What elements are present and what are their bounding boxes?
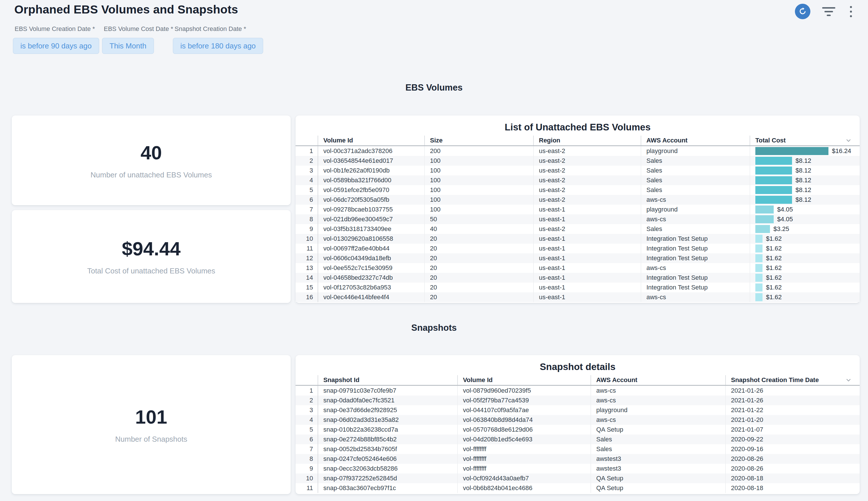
table-row[interactable]: 11vol-00697ff2a6e40bb4420us-east-1Integr… [296, 244, 860, 253]
cell-snapshot-id: snap-0247cfe052464e606 [318, 454, 457, 464]
cell-region: us-east-1 [533, 292, 641, 302]
column-header-total-cost[interactable]: Total Cost [750, 136, 860, 145]
table-row[interactable]: 13vol-0ee552c7c15e3095920us-east-1aws-cs… [296, 263, 860, 273]
cell-region: us-east-2 [533, 224, 641, 234]
cell-volume-id: vol-04658bed2327c74db [318, 273, 424, 283]
table-row[interactable]: 10vol-013029620a810655820us-east-1Integr… [296, 234, 860, 244]
cell-size: 20 [424, 283, 533, 292]
cell-volume-id: vol-0f127053c82b6a953 [318, 283, 424, 292]
cell-total-cost: $8.12 [750, 156, 860, 166]
cost-value: $1.62 [766, 284, 782, 291]
filter-value-chip[interactable]: This Month [102, 38, 154, 54]
table-row[interactable]: 4vol-0589bba321f766d00100us-east-2Sales$… [296, 175, 860, 185]
table-row[interactable]: 8vol-021db96ee300459c750us-east-1aws-cs$… [296, 214, 860, 224]
cell-volume-id: vol-05f2f79ba77ca4539 [457, 395, 590, 405]
cost-value: $1.62 [766, 274, 782, 281]
cell-total-cost: $8.12 [750, 166, 860, 175]
table-row[interactable]: 6vol-06dc720f5305a05fb100us-east-2aws-cs… [296, 195, 860, 205]
filter-icon[interactable] [822, 6, 836, 18]
row-number: 9 [296, 224, 318, 234]
cell-total-cost: $8.12 [750, 185, 860, 195]
cell-volume-id: vol-06dc720f5305a05fb [318, 195, 424, 205]
table-row[interactable]: 7snap-0052bd25834b7605fvol-ffffffffSales… [296, 444, 860, 454]
cell-total-cost: $8.12 [750, 175, 860, 185]
table-row[interactable]: 10snap-07f9372252e52845dvol-0cf0924d43a0… [296, 473, 860, 483]
table-row[interactable]: 5vol-0591efce2fb5e0970100us-east-2Sales$… [296, 185, 860, 195]
cell-size: 100 [424, 156, 533, 166]
cell-aws-account: Integration Test Setup [641, 283, 750, 292]
cell-snapshot-id: snap-07f9372252e52845d [318, 473, 457, 483]
cell-aws-account: awstest3 [590, 464, 725, 473]
cell-volume-id: vol-ffffffff [457, 444, 590, 454]
kebab-menu-icon[interactable] [847, 5, 855, 18]
cell-creation-date: 2021-01-22 [725, 405, 860, 415]
cell-total-cost: $1.62 [750, 283, 860, 292]
table-row[interactable]: 8snap-0247cfe052464e606vol-ffffffffawste… [296, 454, 860, 464]
cell-size: 20 [424, 263, 533, 273]
table-row[interactable]: 1vol-00c371a2adc378206200us-east-2playgr… [296, 146, 860, 156]
cell-aws-account: Integration Test Setup [641, 234, 750, 244]
chevron-down-icon[interactable] [845, 137, 852, 146]
cell-size: 20 [424, 234, 533, 244]
cell-volume-id: vol-0b1fe262a0f0190db [318, 166, 424, 175]
cell-region: us-east-1 [533, 214, 641, 224]
table-row[interactable]: 2vol-036548544e61ed017100us-east-2Sales$… [296, 156, 860, 166]
table-row[interactable]: 9vol-03f5b3181733409ee40us-east-2Sales$3… [296, 224, 860, 234]
cost-value: $16.24 [832, 147, 851, 155]
cell-volume-id: vol-044107c0f9a5fa7ae [457, 405, 590, 415]
table-row[interactable]: 4snap-06d02ad3d31e35a82vol-063840b8d98d4… [296, 415, 860, 425]
row-number: 14 [296, 273, 318, 283]
cell-aws-account: aws-cs [641, 292, 750, 302]
cell-volume-id: vol-0ec446e414bfee4f4 [318, 292, 424, 302]
chevron-down-icon[interactable] [845, 376, 852, 385]
table-row[interactable]: 12vol-0606c04349da18efb20us-east-1Integr… [296, 253, 860, 263]
cost-bar [756, 205, 774, 214]
cell-size: 200 [424, 146, 533, 156]
column-header-volume-id[interactable]: Volume Id [457, 375, 590, 385]
table-row[interactable]: 6snap-0e2724b88bf85c4b2vol-04d208b1ed5c4… [296, 435, 860, 444]
column-header-creation-date[interactable]: Snapshot Creation Time Date [725, 375, 860, 385]
table-row[interactable]: 3vol-0b1fe262a0f0190db100us-east-2Sales$… [296, 166, 860, 175]
table-row[interactable]: 1snap-09791c03e7c0fe9b7vol-0879d960ed702… [296, 386, 860, 395]
cell-aws-account: Sales [641, 166, 750, 175]
table-row[interactable]: 16vol-0ec446e414bfee4f420us-east-1aws-cs… [296, 292, 860, 302]
filter-value-chip[interactable]: is before 90 days ago [13, 38, 99, 54]
cell-creation-date: 2020-09-16 [725, 444, 860, 454]
cell-region: us-east-1 [533, 205, 641, 214]
column-header-volume-id[interactable]: Volume Id [318, 136, 424, 145]
column-header-size[interactable]: Size [424, 136, 533, 145]
cell-volume-id: vol-ffffffff [457, 464, 590, 473]
cell-aws-account: playground [641, 205, 750, 214]
cell-volume-id: vol-09278bcaeb1037755 [318, 205, 424, 214]
table-row[interactable]: 9snap-0ecc32063dcb58286vol-ffffffffawste… [296, 464, 860, 473]
table-row[interactable]: 15vol-0f127053c82b6a95320us-east-1Integr… [296, 283, 860, 292]
column-header-aws-account[interactable]: AWS Account [641, 136, 750, 145]
cost-value: $1.62 [766, 245, 782, 252]
filter-snapshot-creation-date: Snapshot Creation Date * is before 180 d… [173, 25, 263, 54]
cell-aws-account: Sales [641, 185, 750, 195]
table-row[interactable]: 7vol-09278bcaeb1037755100us-east-1playgr… [296, 205, 860, 214]
column-header-aws-account[interactable]: AWS Account [590, 375, 725, 385]
filter-value-chip[interactable]: is before 180 days ago [173, 38, 263, 54]
column-header-snapshot-id[interactable]: Snapshot Id [318, 375, 457, 385]
cost-value: $3.25 [773, 225, 789, 233]
table-row[interactable]: 3snap-0e37d66de2f928925vol-044107c0f9a5f… [296, 405, 860, 415]
row-number: 2 [296, 156, 318, 166]
row-number: 1 [296, 146, 318, 156]
cost-value: $1.62 [766, 294, 782, 301]
cell-total-cost: $1.62 [750, 253, 860, 263]
cell-region: us-east-1 [533, 234, 641, 244]
refresh-button[interactable] [795, 4, 811, 19]
table-row[interactable]: 5snap-010b22a36238ccd7avol-0570768d8e612… [296, 425, 860, 435]
cell-volume-id: vol-0b6b824b041ec4686 [457, 483, 590, 493]
cell-total-cost: $3.25 [750, 224, 860, 234]
cell-volume-id: vol-0cf0924d43a0aefb7 [457, 473, 590, 483]
cell-region: us-east-2 [533, 195, 641, 205]
filter-label: EBS Volume Cost Date * [104, 25, 173, 33]
table-row[interactable]: 11snap-083ac3607ecb97f1cvol-0b6b824b041e… [296, 483, 860, 493]
table-row[interactable]: 2snap-0dad0fa0ec7fc3521vol-05f2f79ba77ca… [296, 395, 860, 405]
section-title-ebs-volumes: EBS Volumes [0, 83, 868, 93]
table-row[interactable]: 14vol-04658bed2327c74db20us-east-1Integr… [296, 273, 860, 283]
cost-bar [756, 235, 762, 243]
column-header-region[interactable]: Region [533, 136, 641, 145]
